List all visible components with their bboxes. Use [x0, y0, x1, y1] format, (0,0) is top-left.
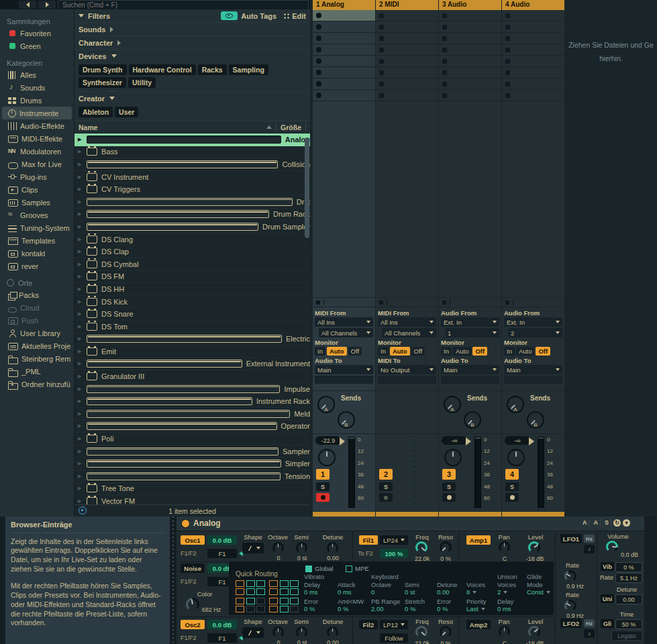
vib-toggle[interactable]: Vib	[601, 562, 614, 571]
clip-slot[interactable]	[313, 44, 375, 56]
glide-time-value[interactable]: 50 %	[615, 619, 642, 629]
sidebar-item-clips[interactable]: Clips	[2, 183, 72, 196]
panel-resize-handle[interactable]	[170, 517, 176, 644]
expand-arrow-icon[interactable]: ▶	[77, 386, 85, 392]
list-item[interactable]: ▶Granulator III	[74, 370, 310, 383]
sidebar-item-sounds[interactable]: Sounds	[2, 81, 72, 94]
track-header[interactable]: 1 Analog	[313, 0, 375, 10]
list-item[interactable]: ▶CV Triggers	[74, 183, 310, 196]
send-a-knob[interactable]: A	[507, 396, 524, 413]
arm-button[interactable]	[316, 493, 330, 502]
solo-button[interactable]: S	[379, 482, 393, 491]
sidebar-item-instrumente[interactable]: Instrumente	[2, 107, 72, 119]
clip-slot[interactable]	[313, 21, 375, 33]
fil1-freq-knob[interactable]	[415, 541, 427, 553]
monitor-off-button[interactable]: Off	[348, 347, 362, 356]
amp1-pan-knob[interactable]	[499, 541, 510, 553]
track-number-button[interactable]: 4	[505, 469, 519, 480]
lfo2-sync-note-button[interactable]: ♪	[584, 629, 595, 638]
list-item[interactable]: ▶Meld	[74, 408, 310, 421]
filter-chip-user[interactable]: User	[115, 107, 138, 117]
track-header[interactable]: 4 Audio	[502, 0, 564, 10]
expand-arrow-icon[interactable]: ▶	[77, 474, 85, 479]
stretch-value[interactable]: 0 %	[405, 605, 415, 612]
sidebar-item-user-library[interactable]: User Library	[2, 327, 72, 339]
osc1-shape-select[interactable]	[242, 543, 264, 553]
list-item[interactable]: ▶Drum Sampler	[74, 221, 310, 233]
solo-button[interactable]: S	[505, 482, 519, 491]
clip-slot[interactable]	[376, 67, 438, 78]
solo-s-icon[interactable]: S	[603, 519, 611, 527]
track-number-button[interactable]: 2	[379, 469, 393, 480]
clip-slot[interactable]	[502, 44, 564, 56]
solo-button[interactable]: S	[442, 482, 456, 491]
vibrato-delay-value[interactable]: 0 ms	[304, 588, 318, 596]
device-title-bar[interactable]	[176, 517, 644, 531]
track-body[interactable]	[502, 101, 564, 297]
list-item[interactable]: ▶External Instrument	[74, 358, 310, 371]
input-type-select[interactable]: All Ins	[315, 317, 373, 327]
sidebar-item-push[interactable]: Push	[2, 314, 72, 327]
expand-arrow-icon[interactable]: ▶	[77, 374, 85, 379]
track-number-button[interactable]: 3	[442, 469, 456, 480]
input-channel-select[interactable]: All Channels	[382, 328, 436, 337]
send-a-knob[interactable]: A	[444, 396, 461, 413]
noise-color-knob[interactable]	[186, 598, 199, 611]
output-type-select[interactable]: Main	[315, 365, 373, 374]
list-item[interactable]: ▶Tree Tone	[74, 483, 310, 496]
clip-slot[interactable]	[313, 90, 375, 101]
filter-group-character[interactable]: Character	[74, 36, 310, 50]
expand-arrow-icon[interactable]: ▶	[77, 498, 85, 504]
pan-knob[interactable]	[444, 449, 462, 466]
list-item[interactable]: ▶Tension	[74, 470, 310, 483]
clip-slot[interactable]	[439, 78, 501, 90]
unison-detune-value[interactable]: 0.00	[615, 594, 642, 604]
clip-slot[interactable]	[376, 44, 438, 56]
filter-group-creator[interactable]: Creator	[74, 92, 310, 105]
arm-button[interactable]	[442, 493, 456, 502]
monitor-auto-button[interactable]: Auto	[327, 347, 347, 356]
expand-arrow-icon[interactable]: ▶	[77, 237, 85, 242]
osc1-semi-knob[interactable]	[296, 542, 307, 553]
list-item[interactable]: ▶DS Snare	[74, 308, 310, 321]
monitor-off-button[interactable]: Off	[536, 347, 550, 356]
arm-button[interactable]	[505, 493, 519, 502]
sidebar-item--pml[interactable]: _PML	[2, 365, 72, 378]
vib-amount-value[interactable]: 0 %	[615, 562, 642, 572]
list-item[interactable]: ▶Poli	[74, 433, 310, 445]
track-4-audio[interactable]: 4 Audio Audio From Ext. In 2 Monitor In …	[502, 0, 564, 517]
filter-chip-drum-synth[interactable]: Drum Synth	[79, 64, 127, 75]
lfo1-sync-note-button[interactable]: ♪	[584, 545, 595, 553]
monitor-in-button[interactable]: In	[504, 347, 515, 356]
device-on-led[interactable]	[181, 519, 190, 528]
expand-arrow-icon[interactable]: ▶	[77, 449, 85, 454]
clip-slot[interactable]	[313, 10, 375, 21]
track-number-button[interactable]: 1	[316, 469, 330, 480]
fil1-toggle[interactable]: Fil1	[359, 535, 378, 545]
sidebar-item-plug-ins[interactable]: Plug-ins	[2, 170, 72, 183]
clip-slot[interactable]	[439, 90, 501, 101]
list-item[interactable]: ▶Drift	[74, 196, 310, 209]
sidebar-item-kontakt[interactable]: kontakt	[2, 247, 72, 260]
list-item[interactable]: ▶Collision	[74, 158, 310, 171]
clip-slot[interactable]	[439, 56, 501, 67]
osc2-octave-knob[interactable]	[272, 627, 284, 638]
amp2-toggle[interactable]: Amp2	[466, 620, 491, 629]
clip-slot[interactable]	[439, 21, 501, 33]
stop-clips-button[interactable]	[376, 297, 438, 307]
routing-preset-2[interactable]	[269, 580, 299, 595]
list-item[interactable]: ▶Simpler	[74, 458, 310, 470]
vib-rate-value[interactable]: 5.1 Hz	[615, 573, 642, 583]
clip-slot[interactable]	[313, 56, 375, 67]
automation-a-icon[interactable]: A	[591, 519, 601, 527]
input-channel-select[interactable]: All Channels	[319, 328, 373, 337]
expand-arrow-icon[interactable]: ▶	[77, 461, 85, 466]
priority-select[interactable]: Last	[466, 605, 485, 612]
input-type-select[interactable]: Ext. In	[504, 317, 562, 327]
fader-handle-icon[interactable]	[466, 437, 471, 445]
clip-slot[interactable]	[502, 78, 564, 90]
list-item[interactable]: ▶Operator	[74, 421, 310, 433]
name-column-header[interactable]: Name	[79, 123, 98, 131]
monitor-off-button[interactable]: Off	[472, 347, 487, 356]
clip-slot[interactable]	[376, 78, 438, 90]
